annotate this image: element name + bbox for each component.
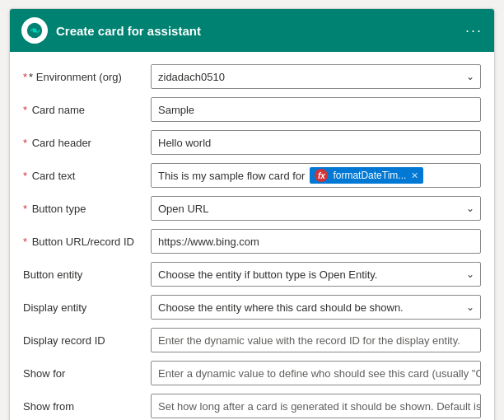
card-text-token-field[interactable]: This is my sample flow card for fx forma… <box>151 163 481 188</box>
app-icon <box>21 17 48 44</box>
card-name-input[interactable] <box>151 97 481 122</box>
fx-icon: fx <box>315 169 328 182</box>
label-show-from: Show from <box>23 400 151 413</box>
show-from-field[interactable]: Set how long after a card is generated i… <box>151 394 481 418</box>
create-card-panel: Create card for assistant ··· ** Environ… <box>9 8 495 420</box>
more-options-button[interactable]: ··· <box>465 22 483 40</box>
label-button-entity: Button entity <box>23 268 151 281</box>
card-text-prefix: This is my sample flow card for <box>158 170 305 182</box>
header-left: Create card for assistant <box>21 17 201 44</box>
environment-select-wrapper[interactable]: zidadach0510 ⌄ <box>151 64 481 89</box>
form-row-display-record-id: Display record ID Enter the dynamic valu… <box>23 324 481 357</box>
form-row-card-name: * Card name <box>23 93 481 126</box>
form-row-show-from: Show from Set how long after a card is g… <box>23 390 481 420</box>
button-entity-select-wrapper[interactable]: Choose the entity if button type is Open… <box>151 262 481 287</box>
panel-body: ** Environment (org) zidadach0510 ⌄ * Ca… <box>10 52 494 420</box>
button-type-select[interactable]: Open URL Open Entity <box>151 196 481 221</box>
label-show-for: Show for <box>23 367 151 380</box>
form-row-display-entity: Display entity Choose the entity where t… <box>23 291 481 324</box>
panel-title: Create card for assistant <box>56 24 201 38</box>
label-display-record-id: Display record ID <box>23 334 151 347</box>
display-entity-select[interactable]: Choose the entity where this card should… <box>151 295 481 320</box>
environment-select[interactable]: zidadach0510 <box>151 64 481 89</box>
form-row-button-entity: Button entity Choose the entity if butto… <box>23 258 481 291</box>
button-url-input[interactable] <box>151 229 481 254</box>
card-header-input[interactable] <box>151 130 481 155</box>
display-entity-select-wrapper[interactable]: Choose the entity where this card should… <box>151 295 481 320</box>
format-date-token[interactable]: fx formatDateTim... ✕ <box>310 167 423 184</box>
form-row-environment: ** Environment (org) zidadach0510 ⌄ <box>23 60 481 93</box>
form-row-button-url: * Button URL/record ID <box>23 225 481 258</box>
label-card-name: * Card name <box>23 104 151 116</box>
label-environment: ** Environment (org) <box>23 71 151 83</box>
svg-point-1 <box>33 29 37 33</box>
form-row-show-for: Show for Enter a dynamic value to define… <box>23 357 481 390</box>
panel-header: Create card for assistant ··· <box>10 9 494 52</box>
token-label: formatDateTim... <box>333 170 406 181</box>
form-row-card-text: * Card text This is my sample flow card … <box>23 159 481 192</box>
label-card-text: * Card text <box>23 170 151 182</box>
form-row-button-type: * Button type Open URL Open Entity ⌄ <box>23 192 481 225</box>
button-entity-select[interactable]: Choose the entity if button type is Open… <box>151 262 481 287</box>
button-type-select-wrapper[interactable]: Open URL Open Entity ⌄ <box>151 196 481 221</box>
show-for-field[interactable]: Enter a dynamic value to define who shou… <box>151 361 481 385</box>
label-button-url: * Button URL/record ID <box>23 236 151 248</box>
label-card-header: * Card header <box>23 137 151 149</box>
label-button-type: * Button type <box>23 203 151 215</box>
form-row-card-header: * Card header <box>23 126 481 159</box>
display-record-id-field[interactable]: Enter the dynamic value with the record … <box>151 328 481 352</box>
label-display-entity: Display entity <box>23 301 151 314</box>
token-remove-button[interactable]: ✕ <box>411 170 418 181</box>
